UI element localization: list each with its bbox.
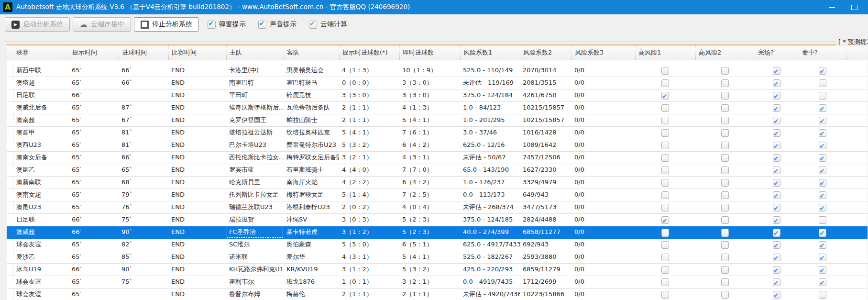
hit-checkbox[interactable] [819,191,826,199]
column-header-risk2[interactable]: 风险系数2 [520,45,571,60]
column-header-finished[interactable]: 完场? [755,45,799,60]
hit-checkbox[interactable] [819,117,826,124]
column-header-high-risk1[interactable]: 高风险1 [635,45,695,60]
table-row[interactable]: 澳西U23 65′ 81` END 巴尔卡塔U23 费雷曼特尔市U23 5（3：… [7,139,868,152]
high-risk2-checkbox[interactable] [721,154,729,162]
start-analysis-button[interactable]: ▶ 启动分析系统 [5,17,70,32]
table-row[interactable]: 冰岛U19 66′ 90` END KH瓦路尔弗利克U19 KR/KVU19 3… [7,264,868,276]
hit-checkbox[interactable] [819,241,826,249]
finished-checkbox[interactable] [773,291,780,299]
high-risk1-checkbox[interactable] [661,278,669,286]
column-header-live-score[interactable]: 即时进球数 [399,45,460,60]
table-row[interactable]: 澳南女后备 65′ 66` END 西托伦斯比卡拉女... 梅特罗联女足后备队 … [7,152,868,164]
high-risk2-checkbox[interactable] [721,204,729,211]
table-row[interactable]: 球会友谊 65′ END 鲁普尔布姆 梅赫伦 2（1：1） 2（1：1） 未评估… [7,289,868,300]
maximize-button[interactable] [843,0,865,14]
high-risk2-checkbox[interactable] [721,79,729,87]
table-row[interactable]: 澳南超 65′ 67` END 克罗伊登国王 帕拉山骑士 2（1：1） 5（4：… [7,114,868,127]
high-risk2-checkbox[interactable] [721,179,729,187]
table-row[interactable]: 澳威超 66′ 90` END FC圣乔治 莱卡特老虎 3（1：2） 5（2：3… [7,226,868,239]
hit-checkbox[interactable] [819,229,826,236]
high-risk1-checkbox[interactable] [661,179,669,187]
hit-checkbox[interactable] [819,216,826,224]
finished-checkbox[interactable] [773,204,780,211]
finished-checkbox[interactable] [773,92,780,100]
high-risk1-checkbox[interactable] [661,204,669,211]
high-risk2-checkbox[interactable] [721,291,729,299]
finished-checkbox[interactable] [773,241,780,249]
high-risk1-checkbox[interactable] [661,191,669,199]
hit-checkbox[interactable] [819,266,826,274]
high-risk1-checkbox[interactable] [661,216,669,224]
table-row[interactable]: 澳南女超 65′ 79` END 托列斯比卡拉女足 梅特罗联女足 5（1：4） … [7,189,868,201]
high-risk1-checkbox[interactable] [661,79,669,87]
column-header-tip-score[interactable]: 提示时进球数(*) [339,45,399,60]
table-row[interactable]: 澳昆U23 65′ 76` END 瑞德兰茨联U23 洛根利泰柠U23 2（0：… [7,201,868,214]
high-risk2-checkbox[interactable] [721,67,729,75]
table-row[interactable]: 球会友谊 65′ 75` END 霍利韦尔 班戈1876 1（0：1） 3（2：… [7,276,868,289]
hit-checkbox[interactable] [819,167,826,174]
hit-checkbox[interactable] [819,278,826,286]
high-risk2-checkbox[interactable] [721,216,729,224]
high-risk1-checkbox[interactable] [661,254,669,261]
high-risk2-checkbox[interactable] [721,104,729,112]
finished-checkbox[interactable] [773,154,780,162]
high-risk2-checkbox[interactable] [721,142,729,149]
table-row[interactable]: 爱沙乙 65′ 85` END 诺米联 爱尔华 4（3：1） 5（4：1） 52… [7,251,868,264]
high-risk1-checkbox[interactable] [661,167,669,174]
hit-checkbox[interactable] [819,142,826,149]
sound-alert-checkbox[interactable]: 声音提示 [258,20,297,29]
high-risk2-checkbox[interactable] [721,278,729,286]
high-risk1-checkbox[interactable] [661,142,669,149]
high-risk1-checkbox[interactable] [661,154,669,162]
high-risk1-checkbox[interactable] [661,241,669,249]
popup-alert-checkbox[interactable]: 弹窗提示 [208,20,246,29]
hit-checkbox[interactable] [819,291,826,299]
high-risk1-checkbox[interactable] [661,92,669,100]
high-risk2-checkbox[interactable] [721,229,729,236]
high-risk2-checkbox[interactable] [721,129,729,137]
column-header-league[interactable]: 联赛 [13,45,69,60]
finished-checkbox[interactable] [773,266,780,274]
table-row[interactable]: 日足联 66′ 75` END 瑞拉滋贺 冲绳SV 3（0：3） 5（2：3） … [7,214,868,226]
column-header-high-risk2[interactable]: 高风险2 [695,45,755,60]
finished-checkbox[interactable] [773,191,780,199]
column-header-risk3[interactable]: 风险系数3 [571,45,635,60]
high-risk1-checkbox[interactable] [661,67,669,75]
high-risk2-checkbox[interactable] [721,92,729,100]
finished-checkbox[interactable] [773,104,780,112]
finished-checkbox[interactable] [773,278,780,286]
finished-checkbox[interactable] [773,129,780,137]
finished-checkbox[interactable] [773,229,780,236]
high-risk2-checkbox[interactable] [721,266,729,274]
minimize-button[interactable] [821,0,843,14]
finished-checkbox[interactable] [773,179,780,187]
table-row[interactable]: 澳首甲 65′ 81` END 堪培拉祖云达斯 坎培拉奥林匹克 5（4：1） 7… [7,127,868,139]
cloud-connecting-button[interactable]: ☁ 云端连接中 [73,17,131,32]
high-risk2-checkbox[interactable] [721,117,729,124]
table-row[interactable]: 日足联 66′ END 平田町 铃鹿竞技 3（3：0） 3（3：0） 375.0… [7,89,868,102]
hit-checkbox[interactable] [819,129,826,137]
hit-checkbox[interactable] [819,104,826,112]
high-risk1-checkbox[interactable] [661,229,669,236]
finished-checkbox[interactable] [773,167,780,174]
column-header-hit[interactable]: 命中? [799,45,846,60]
hit-checkbox[interactable] [819,179,826,187]
high-risk1-checkbox[interactable] [661,104,669,112]
hit-checkbox[interactable] [819,92,826,100]
high-risk1-checkbox[interactable] [661,266,669,274]
finished-checkbox[interactable] [773,254,780,261]
hit-checkbox[interactable] [819,254,826,261]
hit-checkbox[interactable] [819,154,826,162]
column-header-goal-time[interactable]: 进球时间 [119,45,168,60]
finished-checkbox[interactable] [773,117,780,124]
table-row[interactable]: 澳新南联 65′ 68` END 哈克斯貝里 南海岸火焰 4（2：2） 6（4：… [7,177,868,189]
table-row[interactable]: 澳塔超 65′ 66` END 南霍巴特 霍巴特斑马 0（0：0） 3（3：0）… [7,77,868,89]
high-risk2-checkbox[interactable] [721,167,729,174]
high-risk2-checkbox[interactable] [721,191,729,199]
finished-checkbox[interactable] [773,79,780,87]
table-row[interactable]: 澳昆乙 65′ 65` END 罗宾市蓝 布里斯班骑士 4（4：0） 7（7：0… [7,164,868,177]
high-risk1-checkbox[interactable] [661,129,669,137]
table-row[interactable]: 澳威北后备 65′ 87` END 埃奇沃斯伊格斯后... 瓦伦蒂勒后备队 2（… [7,102,868,114]
table-row[interactable]: 新西中联 65′ 66` END 卡洛里(中) 惠灵顿奥运会 4（1：3） 10… [7,65,868,77]
